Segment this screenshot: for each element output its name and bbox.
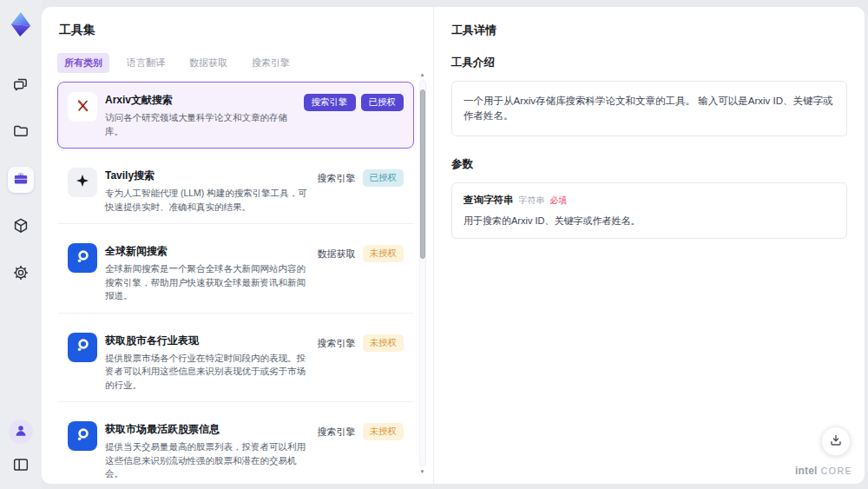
download-button[interactable]: [821, 426, 851, 456]
tool-description: 全球新闻搜索是一个聚合全球各大新闻网站内容的搜索引擎，帮助用户快速获取全球最新资…: [105, 262, 308, 303]
category-tag: 搜索引擎: [316, 169, 358, 188]
tool-description: 提供股票市场各个行业在特定时间段内的表现。投资者可以利用这些信息来识别表现优于或…: [105, 352, 308, 393]
tool-description: 访问各个研究领域大量科学论文和文章的存储库。: [105, 111, 296, 138]
settings-nav-button[interactable]: [8, 261, 34, 287]
tool-card[interactable]: 全球新闻搜索 全球新闻搜索是一个聚合全球各大新闻网站内容的搜索引擎，帮助用户快速…: [57, 233, 414, 314]
cube-icon: [11, 216, 30, 238]
tool-name: 全球新闻搜索: [105, 244, 308, 259]
scrollbar-thumb[interactable]: [420, 89, 425, 259]
auth-status-badge: 已授权: [363, 169, 404, 187]
tool-intro-box: 一个用于从Arxiv存储库搜索科学论文和文章的工具。 输入可以是Arxiv ID…: [451, 81, 847, 136]
category-tab[interactable]: 语言翻译: [120, 53, 172, 73]
detail-title: 工具详情: [451, 23, 847, 38]
tool-card[interactable]: 获取市场最活跃股票信息 提供当天交易量最高的股票列表，投资者可以利用这些信息来识…: [57, 411, 414, 484]
scroll-down-icon[interactable]: ▼: [420, 468, 425, 475]
chat-icon: [11, 76, 30, 97]
panel-toggle-button[interactable]: [8, 453, 34, 479]
download-icon: [829, 433, 843, 450]
tavily-logo-icon: [75, 173, 90, 192]
category-tabs: 所有类别语言翻译数据获取搜索引擎: [57, 53, 414, 73]
category-tag: 搜索引擎: [316, 334, 358, 353]
tool-name: 获取股市各行业表现: [105, 334, 308, 348]
parameters-list: 查询字符串 字符串 必填 用于搜索的Arxiv ID、关键字或作者姓名。: [451, 182, 847, 239]
parameter-required-badge: 必填: [550, 195, 568, 207]
auth-status-badge: 已授权: [361, 94, 404, 111]
scrollbar[interactable]: ▲ ▼: [418, 71, 426, 475]
tool-card[interactable]: Arxiv文献搜索 访问各个研究领域大量科学论文和文章的存储库。 搜索引擎 已授…: [57, 82, 414, 149]
sidebar-bottom: [8, 420, 34, 479]
cube-nav-button[interactable]: [8, 214, 34, 240]
auth-status-badge: 未授权: [363, 423, 404, 440]
news-search-logo-icon: [75, 426, 91, 446]
category-tab[interactable]: 所有类别: [57, 53, 109, 73]
tool-card[interactable]: Tavily搜索 专为人工智能代理 (LLM) 构建的搜索引擎工具，可快速提供实…: [57, 157, 414, 224]
toolbox-nav-button[interactable]: [8, 167, 34, 193]
scrollbar-track[interactable]: [419, 80, 426, 466]
parameter-description: 用于搜索的Arxiv ID、关键字或作者姓名。: [464, 215, 835, 228]
tool-detail-panel: 工具详情 工具介绍 一个用于从Arxiv存储库搜索科学论文和文章的工具。 输入可…: [434, 7, 865, 484]
intro-heading: 工具介绍: [451, 56, 847, 70]
tool-name: Tavily搜索: [105, 169, 308, 183]
parameter-name: 查询字符串: [464, 194, 514, 207]
category-tag: 搜索引擎: [316, 423, 358, 441]
intel-core-logo: intel CORE: [795, 465, 852, 477]
auth-status-badge: 未授权: [363, 334, 404, 352]
news-search-logo-icon: [75, 248, 91, 268]
panel-toggle-icon: [11, 455, 30, 477]
category-tag: 数据获取: [316, 245, 358, 263]
arxiv-logo-icon: [75, 97, 91, 117]
parameter-card: 查询字符串 字符串 必填 用于搜索的Arxiv ID、关键字或作者姓名。: [451, 182, 847, 239]
folder-nav-button[interactable]: [8, 120, 34, 146]
gear-icon: [11, 263, 30, 285]
tool-description: 提供当天交易量最高的股票列表，投资者可以利用这些信息来识别流动性强的股票和潜在的…: [105, 440, 308, 481]
category-tab[interactable]: 搜索引擎: [245, 53, 297, 73]
params-heading: 参数: [451, 157, 847, 172]
news-search-logo-icon: [75, 337, 91, 357]
sidebar-nav: [8, 73, 34, 287]
toolbox-icon: [11, 169, 30, 191]
page-title: 工具集: [59, 23, 414, 38]
chat-nav-button[interactable]: [8, 73, 34, 99]
parameter-type: 字符串: [519, 195, 545, 207]
auth-status-badge: 未授权: [363, 245, 404, 262]
scroll-up-icon[interactable]: ▲: [420, 71, 425, 78]
main-content: 工具集 所有类别语言翻译数据获取搜索引擎 Arxiv文献搜索 访问各个研究领域大…: [42, 7, 865, 484]
sidebar: [0, 0, 42, 489]
user-profile-button[interactable]: [9, 420, 33, 444]
category-tag: 搜索引擎: [304, 94, 356, 111]
tool-list: Arxiv文献搜索 访问各个研究领域大量科学论文和文章的存储库。 搜索引擎 已授…: [57, 82, 414, 484]
category-tab[interactable]: 数据获取: [182, 53, 234, 73]
tool-name: 获取市场最活跃股票信息: [105, 422, 308, 437]
tool-list-panel: 工具集 所有类别语言翻译数据获取搜索引擎 Arxiv文献搜索 访问各个研究领域大…: [42, 7, 434, 484]
user-icon: [12, 422, 30, 442]
app-logo-icon: [7, 9, 35, 40]
folder-icon: [11, 122, 30, 144]
tool-card[interactable]: 获取股市各行业表现 提供股票市场各个行业在特定时间段内的表现。投资者可以利用这些…: [57, 322, 414, 403]
tool-name: Arxiv文献搜索: [105, 93, 296, 108]
tool-description: 专为人工智能代理 (LLM) 构建的搜索引擎工具，可快速提供实时、准确和真实的结…: [105, 187, 308, 214]
